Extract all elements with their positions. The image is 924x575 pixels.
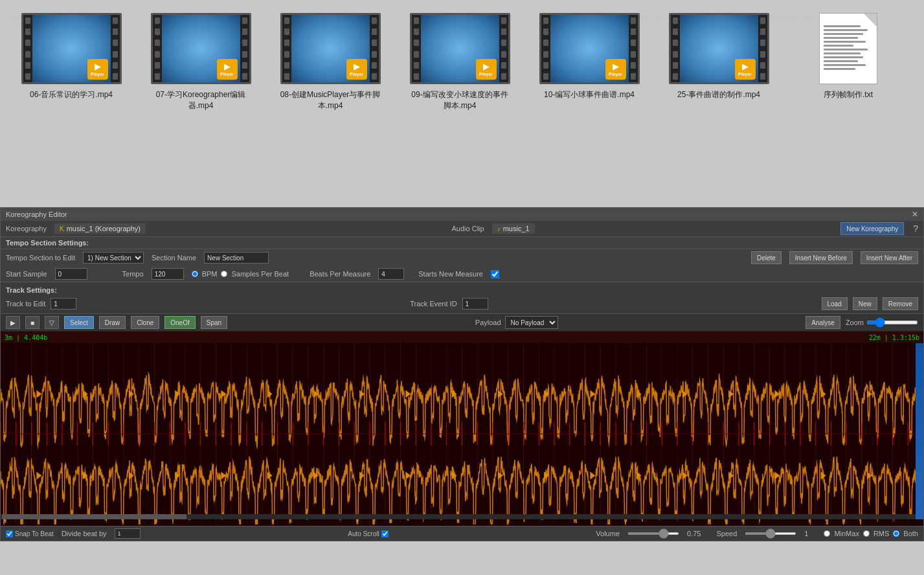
beats-per-measure-label: Beats Per Measure <box>310 270 370 278</box>
file-name-5: 10-编写小球事件曲谱.mp4 <box>544 89 635 100</box>
track-to-edit-input[interactable] <box>51 298 76 310</box>
track-section-label: Track Settings: <box>6 284 918 296</box>
tempo-section-label: Tempo Section Settings: <box>1 237 923 249</box>
insert-before-button[interactable]: Insert New Before <box>789 251 853 264</box>
volume-slider[interactable] <box>627 532 679 535</box>
tempo-radio-group: BPM Samples Per Beat <box>192 270 289 278</box>
play-badge-3: Player <box>346 59 367 80</box>
waveform-container[interactable]: 3m | 4.404b 22m | 1.3:15b <box>1 332 923 526</box>
track-settings-section: Track Settings: Track to Edit Track Even… <box>1 282 923 313</box>
speed-value: 1 <box>804 530 808 537</box>
analyze-button[interactable]: Analyse <box>806 316 840 329</box>
file-name-1: 06-音乐常识的学习.mp4 <box>30 89 113 100</box>
close-icon[interactable]: ✕ <box>912 210 918 219</box>
help-icon[interactable]: ? <box>913 223 918 234</box>
file-item-4[interactable]: Player 09-编写改变小球速度的事件脚本.mp4 <box>408 13 512 111</box>
audioclip-label: Audio Clip <box>452 225 484 232</box>
divide-beat-label: Divide beat by <box>62 530 107 537</box>
zoom-label: Zoom <box>846 319 864 326</box>
file-browser: Layito软件 - 32 Layito软件 - 32 Layito软件 - 3… <box>0 0 924 207</box>
payload-area: Payload No Payload <box>232 316 800 329</box>
samples-per-beat-label: Samples Per Beat <box>231 270 289 278</box>
starts-new-measure-checkbox[interactable] <box>491 270 499 278</box>
minmax-label: MinMax <box>834 530 859 537</box>
rms-radio[interactable] <box>863 530 870 537</box>
editor-title: Koreography Editor <box>6 210 67 218</box>
waveform-header: 3m | 4.404b 22m | 1.3:15b <box>1 332 923 343</box>
tab-koreography[interactable]: K music_1 (Koreography) <box>54 223 146 234</box>
starts-new-measure-label: Starts New Measure <box>418 270 483 278</box>
waveform-scrollbar[interactable] <box>1 514 923 519</box>
file-name-4: 09-编写改变小球速度的事件脚本.mp4 <box>410 89 510 111</box>
waveform-canvas[interactable] <box>1 343 923 524</box>
play-button[interactable]: ▶ <box>6 316 20 329</box>
audioclip-tab-icon: ♪ <box>497 225 501 232</box>
beats-per-measure-input[interactable] <box>378 268 404 280</box>
play-badge-1: Player <box>87 59 108 80</box>
span-button[interactable]: Span <box>201 316 227 329</box>
rms-label: RMS <box>873 530 889 537</box>
file-item-7[interactable]: 序列帧制作.txt <box>796 13 900 100</box>
start-sample-input[interactable] <box>55 268 87 280</box>
divide-beat-input[interactable] <box>115 528 141 539</box>
start-sample-label: Start Sample <box>6 270 47 278</box>
file-item-3[interactable]: Player 08-创建MusicPlayer与事件脚本.mp4 <box>278 13 382 111</box>
play-badge-5: Player <box>605 59 626 80</box>
insert-after-button[interactable]: Insert New After <box>861 251 918 264</box>
koreography-label: Koreography <box>6 225 47 232</box>
volume-label: Volume <box>596 530 620 537</box>
new-koreography-button[interactable]: New Koreography <box>840 222 904 235</box>
time-label-start: 3m | 4.404b <box>5 334 47 341</box>
time-label-end: 22m | 1.3:15b <box>869 334 919 341</box>
video-thumbnail-1: Player <box>21 13 122 84</box>
track-event-id-input[interactable] <box>462 298 488 310</box>
load-button[interactable]: Load <box>822 297 848 310</box>
auto-scroll-checkbox[interactable] <box>381 530 389 537</box>
tempo-input[interactable] <box>152 268 184 280</box>
zoom-slider[interactable] <box>866 321 918 324</box>
speed-slider[interactable] <box>745 532 796 535</box>
audioclip-tab-label: music_1 <box>503 225 530 232</box>
samples-radio[interactable] <box>221 271 227 277</box>
track-event-id-label: Track Event ID <box>410 300 456 308</box>
video-thumbnail-2: Player <box>151 13 251 84</box>
tempo-to-edit-select[interactable]: 1) New Section <box>83 252 144 264</box>
oneof-button[interactable]: OneOf <box>164 316 195 329</box>
koreography-tab-icon: K <box>60 225 64 232</box>
file-item-6[interactable]: Player 25-事件曲谱的制作.mp4 <box>667 13 771 100</box>
zoom-area: Zoom <box>846 319 918 326</box>
koreography-tab-label: music_1 (Koreography) <box>67 225 141 232</box>
snap-to-beat-checkbox[interactable] <box>6 530 13 537</box>
koreography-editor: Koreography Editor ✕ Koreography K music… <box>0 207 924 541</box>
tempo-row-2: Start Sample Tempo BPM Samples Per Beat … <box>1 266 923 282</box>
new-track-button[interactable]: New <box>853 297 877 310</box>
stop-button[interactable]: ■ <box>25 316 39 329</box>
both-radio[interactable] <box>893 530 899 537</box>
section-name-input[interactable] <box>204 252 269 264</box>
file-item-1[interactable]: Player 06-音乐常识的学习.mp4 <box>19 13 123 100</box>
transport-bar: ▶ ■ ▽ Select Draw Clone OneOf Span Paylo… <box>1 313 923 332</box>
right-edge-indicator <box>916 343 923 519</box>
video-thumbnail-3: Player <box>280 13 381 84</box>
delete-button[interactable]: Delete <box>751 251 782 264</box>
select-button[interactable]: Select <box>64 316 94 329</box>
file-name-6: 25-事件曲谱的制作.mp4 <box>677 89 760 100</box>
video-thumbnail-4: Player <box>410 13 510 84</box>
track-row: Track to Edit Track Event ID Load New Re… <box>6 296 918 311</box>
remove-button[interactable]: Remove <box>883 297 918 310</box>
clone-button[interactable]: Clone <box>131 316 159 329</box>
file-item-5[interactable]: Player 10-编写小球事件曲谱.mp4 <box>537 13 641 100</box>
tab-audioclip[interactable]: ♪ music_1 <box>492 223 535 234</box>
file-item-2[interactable]: Player 07-学习Koreographer编辑器.mp4 <box>149 13 253 111</box>
file-name-3: 08-创建MusicPlayer与事件脚本.mp4 <box>280 89 381 111</box>
tempo-to-edit-label: Tempo Section to Edit <box>6 254 75 262</box>
draw-button[interactable]: Draw <box>99 316 126 329</box>
video-thumbnail-5: Player <box>539 13 640 84</box>
snap-to-beat-label[interactable]: Snap To Beat <box>6 530 54 537</box>
auto-scroll-label[interactable]: Auto Scroll <box>348 530 388 537</box>
extra-transport-button[interactable]: ▽ <box>45 316 59 329</box>
text-file-icon <box>819 13 877 84</box>
minmax-radio[interactable] <box>824 530 830 537</box>
payload-select[interactable]: No Payload <box>505 316 558 329</box>
bpm-radio[interactable] <box>192 271 198 277</box>
